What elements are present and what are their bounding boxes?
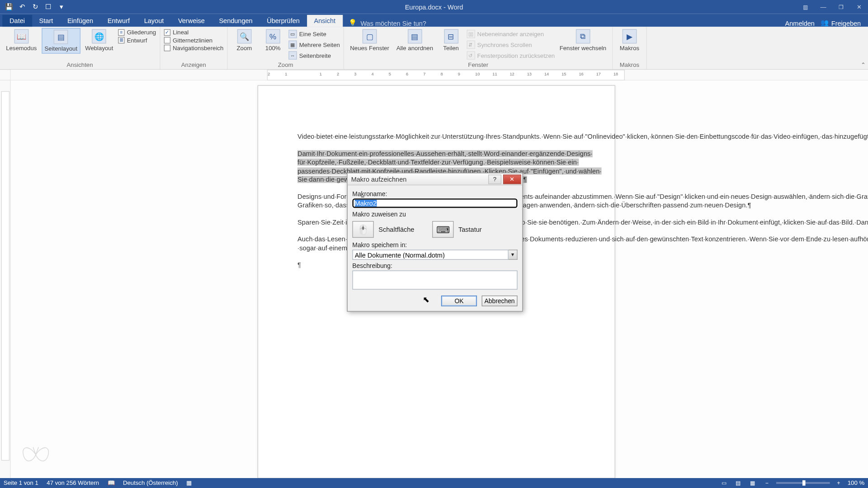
tab-design[interactable]: Entwurf (100, 15, 137, 27)
arrange-all-button[interactable]: ▤Alle anordnen (394, 28, 435, 52)
zoom-out-icon[interactable]: − (762, 479, 773, 487)
sign-in-link[interactable]: Anmelden (785, 19, 815, 27)
tab-review[interactable]: Überprüfen (259, 15, 307, 27)
tab-layout[interactable]: Layout (137, 15, 171, 27)
page-width-button[interactable]: ↔Seitenbreite (288, 51, 340, 60)
ok-button[interactable]: OK (441, 296, 477, 306)
share-button[interactable]: 👥Freigeben (821, 19, 861, 27)
zoom-100-button[interactable]: %100% (260, 28, 286, 52)
dialog-close-button[interactable]: ✕ (503, 174, 521, 184)
tell-me-text: Was möchten Sie tun? (360, 19, 426, 27)
ruler-checkbox[interactable]: ✓Lineal (164, 29, 223, 36)
outline-icon: ≡ (118, 29, 125, 36)
tab-references[interactable]: Verweise (171, 15, 212, 27)
cancel-button[interactable]: Abbrechen (482, 296, 518, 306)
ribbon-tabs: Datei Start Einfügen Entwurf Layout Verw… (0, 14, 868, 27)
store-in-value[interactable] (352, 250, 508, 260)
group-show: ✓Lineal Gitternetzlinien Navigationsbere… (160, 27, 227, 69)
one-page-icon: ▭ (288, 30, 297, 38)
multi-page-button[interactable]: ▦Mehrere Seiten (288, 40, 340, 49)
split-icon: ⊟ (444, 29, 458, 44)
macro-name-label: Makroname: (352, 190, 517, 197)
butterfly-watermark (18, 441, 54, 469)
description-label: Beschreibung: (352, 262, 517, 269)
status-language[interactable]: Deutsch (Österreich) (123, 480, 178, 487)
read-icon: 📖 (14, 29, 28, 44)
view-print-icon[interactable]: ▤ (733, 479, 744, 487)
tab-start[interactable]: Start (32, 15, 60, 27)
reset-icon: ↺ (467, 51, 475, 59)
group-views: 📖Lesemodus ▤Seitenlayout 🌐Weblayout ≡Gli… (0, 27, 160, 69)
group-macros-label: Makros (616, 61, 642, 69)
width-icon: ↔ (288, 51, 297, 59)
checkbox-icon (164, 37, 170, 44)
svg-line-0 (33, 447, 36, 455)
repeat-icon[interactable]: ↻ (30, 1, 41, 12)
restore-icon[interactable]: ❐ (832, 0, 850, 14)
gridlines-checkbox[interactable]: Gitternetzlinien (164, 37, 223, 44)
lightbulb-icon: 💡 (349, 19, 357, 27)
undo-icon[interactable]: ↶ (17, 1, 28, 12)
group-zoom: 🔍Zoom %100% ▭Eine Seite ▦Mehrere Seiten … (227, 27, 344, 69)
web-layout-button[interactable]: 🌐Weblayout (83, 28, 116, 52)
macros-icon: ▶ (623, 29, 637, 44)
side-icon: ▯▯ (467, 30, 475, 38)
navpane-checkbox[interactable]: Navigationsbereich (164, 45, 223, 52)
arrange-icon: ▤ (408, 29, 422, 44)
horizontal-ruler[interactable]: 21123456789101112131415161718 (11, 70, 868, 80)
status-page[interactable]: Seite 1 von 1 (4, 480, 38, 487)
view-web-icon[interactable]: ▦ (747, 479, 758, 487)
macros-button[interactable]: ▶Makros (616, 28, 642, 52)
ribbon: 📖Lesemodus ▤Seitenlayout 🌐Weblayout ≡Gli… (0, 27, 868, 70)
checkbox-icon: ✓ (164, 29, 170, 36)
ribbon-display-icon[interactable]: ▥ (797, 0, 815, 14)
help-button[interactable]: ? (488, 174, 501, 184)
group-macros: ▶Makros Makros (613, 27, 647, 69)
vertical-ruler[interactable] (0, 80, 11, 478)
new-window-button[interactable]: ▢Neues Fenster (348, 28, 392, 52)
touch-mode-icon[interactable]: ☐ (43, 1, 54, 12)
tab-insert[interactable]: Einfügen (60, 15, 100, 27)
read-mode-button[interactable]: 📖Lesemodus (4, 28, 39, 52)
ruler-canvas: 21123456789101112131415161718 (267, 70, 625, 80)
assign-keyboard-option[interactable]: ⌨ Tastatur (432, 221, 482, 238)
group-zoom-label: Zoom (231, 61, 340, 69)
share-icon: 👥 (821, 19, 829, 27)
one-page-button[interactable]: ▭Eine Seite (288, 29, 340, 39)
outline-button[interactable]: ≡Gliederung (118, 29, 156, 36)
description-textarea[interactable] (352, 271, 517, 290)
sync-icon: ⇵ (467, 41, 475, 49)
assign-to-label: Makro zuweisen zu (352, 211, 517, 218)
draft-button[interactable]: ≣Entwurf (118, 37, 156, 44)
zoom-button[interactable]: 🔍Zoom (231, 28, 257, 52)
print-layout-button[interactable]: ▤Seitenlayout (42, 28, 80, 54)
zoom-in-icon[interactable]: + (833, 479, 844, 487)
assign-button-option[interactable]: 🖱️ Schaltfläche (352, 221, 414, 238)
tell-me[interactable]: 💡 Was möchten Sie tun? (349, 19, 426, 27)
status-macro-icon[interactable]: ▦ (186, 480, 192, 487)
macro-name-input[interactable] (352, 198, 517, 208)
percent-icon: % (266, 29, 280, 44)
title-bar: 💾 ↶ ↻ ☐ ▾ Europa.docx - Word ▥ — ❐ ✕ (0, 0, 868, 14)
keyboard-icon: ⌨ (432, 221, 453, 238)
switch-windows-button[interactable]: ⧉Fenster wechseln (557, 28, 609, 52)
split-button[interactable]: ⊟Teilen (438, 28, 464, 52)
status-proofing-icon[interactable]: 📖 (108, 480, 115, 487)
collapse-ribbon-icon[interactable]: ⌃ (861, 61, 866, 68)
zoom-level[interactable]: 100 % (848, 480, 864, 487)
save-icon[interactable]: 💾 (4, 1, 14, 12)
zoom-slider[interactable] (776, 482, 830, 484)
minimize-icon[interactable]: — (814, 0, 832, 14)
view-read-icon[interactable]: ▭ (719, 479, 730, 487)
tab-mailings[interactable]: Sendungen (212, 15, 260, 27)
tab-file[interactable]: Datei (2, 15, 32, 27)
close-icon[interactable]: ✕ (850, 0, 868, 14)
status-words[interactable]: 47 von 256 Wörtern (47, 480, 99, 487)
qat-dropdown-icon[interactable]: ▾ (56, 1, 67, 12)
tab-view[interactable]: Ansicht (307, 15, 343, 27)
chevron-down-icon[interactable]: ▼ (509, 250, 518, 260)
paragraph: Video·bietet·eine·leistungsstarke·Möglic… (297, 132, 576, 141)
svg-line-1 (36, 447, 38, 455)
dialog-titlebar[interactable]: Makro aufzeichnen ? ✕ (348, 174, 522, 185)
store-in-combo[interactable]: ▼ (352, 250, 517, 260)
